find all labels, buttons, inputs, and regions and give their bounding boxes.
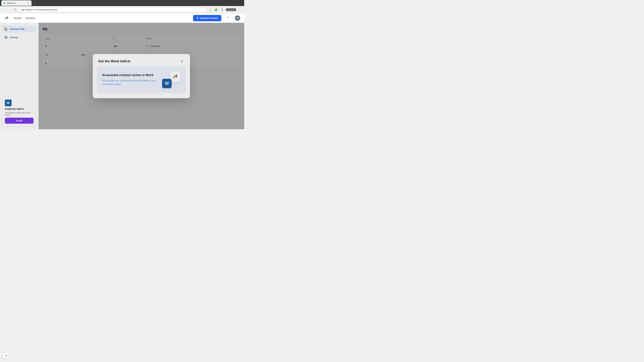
main-body: 🏠 Contract Hub ⚙️ Settings W Install the… [0, 23, 244, 129]
modal-title: Get the Word Add-in [98, 59, 130, 63]
tab-close-button[interactable]: ✕ [27, 2, 30, 4]
addon-title: Install the Add-in [5, 108, 34, 110]
refresh-button[interactable]: ↻ [13, 7, 18, 12]
svg-point-0 [7, 16, 8, 17]
content-area: My Type d ↑ Stage N day [38, 23, 244, 129]
addon-promo-card: AI-assisted contract review in Word Fly … [97, 67, 186, 93]
browser-nav-bar: ← → ↻ app.robinai.co.uk/review/contract-… [0, 6, 244, 13]
promo-headline: AI-assisted contract review in Word [102, 73, 158, 77]
help-button[interactable]: ? [226, 15, 231, 21]
browser-action-icons: ☆ 🧩 ⬇ Incognito ⋮ [208, 7, 242, 12]
promo-text-section: AI-assisted contract review in Word Fly … [102, 73, 158, 86]
bookmark-button[interactable]: ☆ [208, 7, 212, 12]
sidebar-item-contract-hub[interactable]: 🏠 Contract Hub [2, 25, 36, 32]
contract-hub-icon: 🏠 [4, 27, 8, 31]
app-header: Review Moodjoy ⬆ Upload Contract ? JS [0, 13, 244, 23]
incognito-badge: Incognito [226, 8, 236, 11]
review-nav-link[interactable]: Review [14, 16, 22, 19]
modal-overlay[interactable]: Get the Word Add-in ✕ AI-assisted contra… [38, 23, 244, 129]
install-addon-button[interactable]: Install [5, 118, 34, 124]
word-icon: W [5, 99, 12, 106]
avatar-button[interactable]: JS [235, 15, 240, 21]
upload-icon: ⬆ [196, 17, 198, 19]
app-container: Review Moodjoy ⬆ Upload Contract ? JS 🏠 … [0, 13, 244, 129]
upload-contract-button[interactable]: ⬆ Upload Contract [193, 15, 221, 21]
word-addon-modal: Get the Word Add-in ✕ AI-assisted contra… [93, 54, 190, 98]
org-name: Moodjoy [26, 16, 35, 19]
app-logo [4, 15, 10, 21]
addon-description: Get Reports within Microsoft Word! [5, 112, 34, 116]
modal-body: AI-assisted contract review in Word Fly … [93, 67, 190, 98]
tab-label: Robin AI [7, 2, 26, 4]
sidebar-item-label-settings: Settings [10, 36, 18, 39]
promo-subtext: Fly through your contracts in Word with … [102, 79, 158, 86]
upload-button-label: Upload Contract [200, 17, 218, 19]
sidebar: 🏠 Contract Hub ⚙️ Settings W Install the… [0, 23, 38, 129]
word-icon-large: W [162, 79, 172, 88]
new-tab-button[interactable]: + [32, 1, 37, 5]
sidebar-item-label-contract-hub: Contract Hub [10, 28, 25, 30]
modal-header: Get the Word Add-in ✕ [93, 54, 190, 67]
address-bar[interactable]: app.robinai.co.uk/review/contract-hub [19, 7, 206, 12]
menu-button[interactable]: ⋮ [238, 7, 242, 12]
modal-close-button[interactable]: ✕ [179, 59, 185, 64]
browser-tab-bar: 🐦 Robin AI ✕ + [0, 0, 244, 6]
extensions-button[interactable]: 🧩 [214, 7, 218, 12]
nav-arrows: ← → ↻ [2, 7, 18, 12]
download-button[interactable]: ⬇ [220, 7, 224, 12]
back-button[interactable]: ← [2, 7, 7, 12]
settings-icon: ⚙️ [4, 35, 8, 39]
url-text: app.robinai.co.uk/review/contract-hub [21, 8, 57, 11]
sidebar-item-settings[interactable]: ⚙️ Settings [2, 34, 36, 41]
forward-button[interactable]: → [8, 7, 12, 12]
active-tab[interactable]: 🐦 Robin AI ✕ [1, 0, 32, 6]
addon-card: W Install the Add-in Get Reports within … [2, 97, 36, 126]
tab-favicon: 🐦 [3, 2, 6, 4]
promo-icons: W [162, 71, 180, 88]
